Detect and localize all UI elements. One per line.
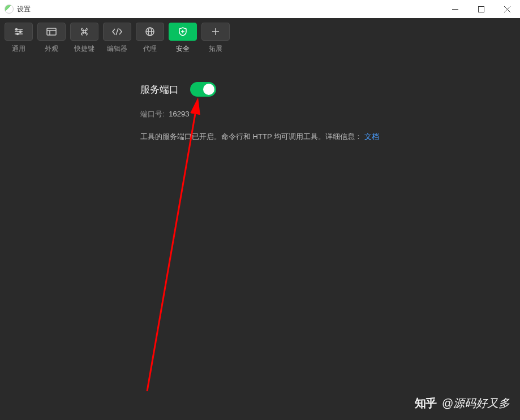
main-panel: 通用 外观 快捷键 编辑器 代理 安全 拓展 服务端口 (0, 18, 520, 420)
tab-label: 快捷键 (74, 44, 94, 54)
tab-editor[interactable]: 编辑器 (103, 23, 131, 54)
maximize-button[interactable] (468, 0, 494, 18)
shield-icon (178, 27, 187, 36)
tab-bar: 通用 外观 快捷键 编辑器 代理 安全 拓展 (5, 23, 515, 54)
plus-icon (211, 27, 220, 36)
svg-point-7 (16, 29, 18, 31)
service-port-label: 服务端口 (140, 83, 179, 96)
tab-label: 外观 (45, 44, 58, 54)
svg-rect-1 (478, 6, 484, 12)
svg-rect-10 (47, 28, 56, 35)
annotation-arrow (130, 97, 215, 397)
maximize-icon (478, 6, 484, 12)
description-row: 工具的服务端口已开启。命令行和 HTTP 均可调用工具。详细信息： 文档 (140, 132, 515, 142)
code-icon (111, 28, 123, 36)
service-port-row: 服务端口 (140, 82, 515, 97)
window-controls (442, 0, 520, 18)
close-button[interactable] (494, 0, 520, 18)
globe-icon (145, 27, 154, 36)
app-icon (5, 5, 14, 14)
tab-label: 拓展 (209, 44, 222, 54)
tab-label: 通用 (12, 44, 25, 54)
titlebar: 设置 (0, 0, 520, 18)
port-number-row: 端口号: 16293 (140, 109, 515, 119)
docs-link[interactable]: 文档 (364, 132, 379, 141)
tab-extensions[interactable]: 拓展 (201, 23, 230, 54)
description-text: 工具的服务端口已开启。命令行和 HTTP 均可调用工具。详细信息： (140, 132, 362, 141)
watermark: 知乎 @源码好又多 (415, 396, 510, 411)
minimize-icon (452, 6, 458, 12)
content-area: 服务端口 端口号: 16293 工具的服务端口已开启。命令行和 HTTP 均可调… (5, 54, 515, 142)
window-title: 设置 (17, 5, 31, 14)
tab-label: 安全 (176, 44, 190, 54)
tab-label: 代理 (143, 44, 157, 54)
tab-appearance[interactable]: 外观 (37, 23, 66, 54)
tab-security[interactable]: 安全 (169, 23, 197, 54)
tab-proxy[interactable]: 代理 (136, 23, 164, 54)
layout-icon (46, 28, 57, 36)
tab-label: 编辑器 (107, 44, 127, 54)
tab-general[interactable]: 通用 (5, 23, 33, 54)
svg-point-9 (17, 33, 19, 35)
svg-line-13 (116, 28, 118, 35)
toggle-knob (203, 84, 214, 95)
svg-line-22 (147, 104, 197, 391)
port-label: 端口号: (140, 110, 165, 118)
settings-sliders-icon (14, 28, 24, 36)
watermark-author: @源码好又多 (442, 396, 510, 411)
tab-shortcuts[interactable]: 快捷键 (70, 23, 98, 54)
port-value: 16293 (169, 110, 189, 118)
svg-point-8 (20, 31, 22, 33)
minimize-button[interactable] (442, 0, 468, 18)
command-icon (80, 27, 89, 36)
watermark-brand: 知乎 (415, 396, 436, 411)
service-port-toggle[interactable] (190, 82, 216, 97)
close-icon (504, 6, 510, 12)
